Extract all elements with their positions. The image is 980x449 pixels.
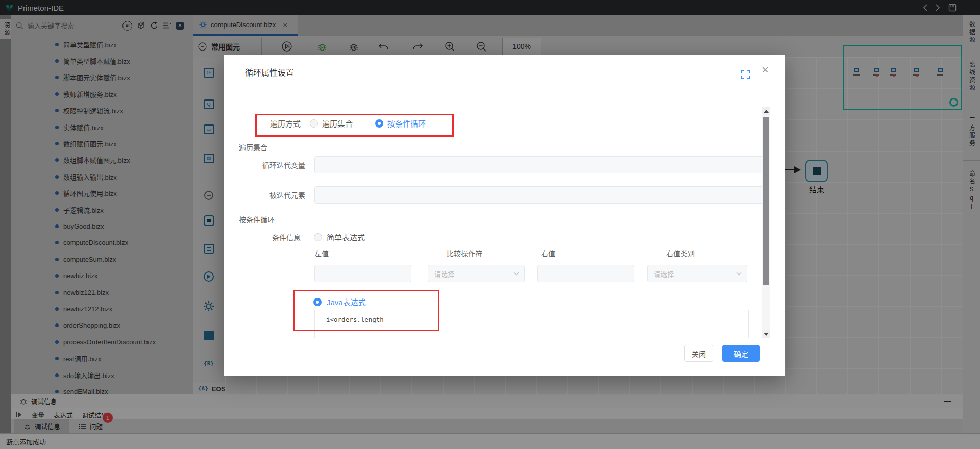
group-loop-by-condition: 按条件循环 (239, 214, 275, 224)
column-right-value: 右值 (541, 248, 555, 258)
operator-select[interactable]: 请选择 (428, 265, 525, 282)
chevron-down-icon (513, 272, 519, 276)
column-right-type: 右值类别 (666, 248, 695, 258)
radio-loop-by-condition[interactable] (375, 119, 383, 128)
close-icon[interactable]: × (762, 64, 769, 76)
radio-simple-expression-label[interactable]: 简单表达式 (327, 232, 365, 242)
traverse-mode-label: 遍历方式 (270, 118, 301, 129)
dialog-scrollbar[interactable] (762, 107, 770, 338)
chevron-down-icon (736, 272, 742, 276)
column-left-value: 左值 (314, 248, 329, 258)
close-button[interactable]: 关闭 (684, 345, 713, 362)
group-traverse-collection: 遍历集合 (239, 142, 267, 152)
scroll-up-icon[interactable] (762, 107, 770, 115)
radio-traverse-collection-label[interactable]: 遍历集合 (322, 118, 353, 129)
java-expression-editor[interactable]: i<orders.length (314, 310, 749, 338)
column-operator: 比较操作符 (447, 248, 482, 258)
condition-info-label: 条件信息 (272, 232, 301, 242)
java-expression-row: Java表达式 (313, 296, 366, 307)
radio-java-expression-label[interactable]: Java表达式 (327, 296, 366, 307)
fullscreen-icon[interactable] (741, 70, 750, 79)
select-placeholder: 请选择 (434, 269, 454, 279)
select-placeholder: 请选择 (654, 269, 674, 279)
iterated-element-input[interactable] (314, 186, 766, 204)
field-loop-var-label: 循环迭代变量 (224, 160, 305, 170)
traverse-mode-row: 遍历方式 遍历集合 按条件循环 (270, 118, 426, 129)
right-value-input[interactable] (537, 265, 634, 282)
right-type-select[interactable]: 请选择 (647, 265, 747, 282)
field-iterated-label: 被迭代元素 (224, 190, 305, 200)
radio-simple-expression[interactable] (314, 233, 322, 241)
condition-info-row: 条件信息 简单表达式 (272, 232, 365, 242)
left-value-input[interactable] (314, 265, 411, 282)
scroll-down-icon[interactable] (762, 330, 770, 338)
radio-java-expression[interactable] (313, 298, 322, 306)
app-root: Primeton-IDE 资源 AI A 简单类型赋值.bizx (0, 0, 980, 449)
radio-loop-by-condition-label[interactable]: 按条件循环 (387, 118, 426, 129)
scrollbar-thumb[interactable] (763, 117, 769, 285)
loop-var-input[interactable] (314, 156, 766, 173)
radio-traverse-collection[interactable] (310, 119, 318, 128)
dialog-title: 循环属性设置 (245, 66, 294, 78)
loop-properties-dialog: 循环属性设置 × 遍历方式 遍历集合 按条件循环 遍历集合 循环迭代变量 被迭代… (224, 55, 785, 376)
ok-button[interactable]: 确定 (722, 345, 760, 362)
